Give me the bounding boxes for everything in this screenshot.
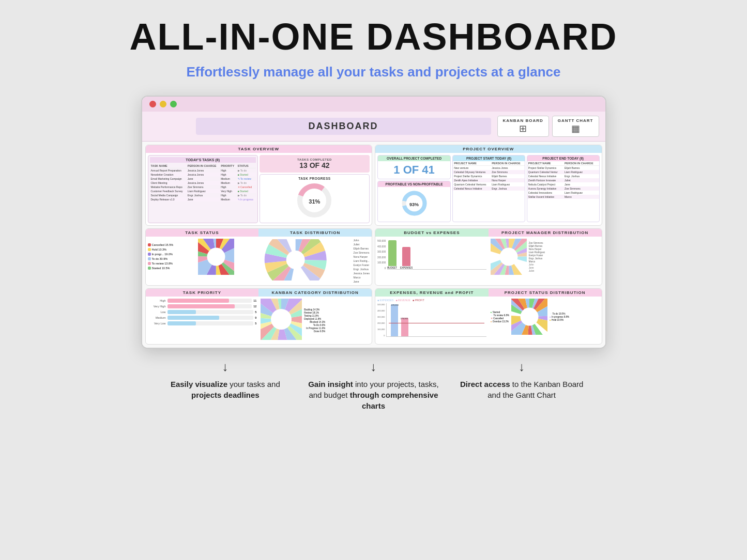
annotation-right: ↓ Direct access to the Kanban Board and … <box>454 358 589 411</box>
table-row: Client MeetingJessica JonesMedium▶ To do <box>150 181 256 185</box>
bar-row: High 11 <box>148 299 257 303</box>
project-start-today-box: PROJECT START TODAY (6) PROJECT NAMEPERS… <box>452 155 525 222</box>
kanban-dist-header: KANBAN CATEGORY DISTRIBUTION <box>258 289 372 297</box>
legend-item: Hold 10.3% <box>148 248 174 251</box>
annotation-left-text: Easily visualize your tasks and projects… <box>158 379 293 400</box>
legend-item: Started 10.5% <box>148 267 174 270</box>
task-overview-inner: TODAY'S TASKS (8) TASK NAME PERSON IN CH… <box>146 153 372 225</box>
task-overview-panel: TASK OVERVIEW TODAY'S TASKS (8) TASK NAM… <box>145 145 373 226</box>
task-distribution-header: TASK DISTRIBUTION <box>258 229 372 237</box>
table-row: Customer Feedback SurveyLiam RodriguezVe… <box>150 189 256 193</box>
bar-row: Very High 12 <box>148 304 257 308</box>
main-title: ALL-IN-ONE DASHBOARD <box>130 15 618 58</box>
task-distribution-sub: TASK DISTRIBUTION <box>258 229 372 285</box>
kanban-dist-inner: Backlog 14.3% Review 18.1% Testing 11.9%… <box>258 297 372 344</box>
overall-completed-box: OVERALL PROJECT COMPLETED 1 OF 41 <box>377 155 451 179</box>
table-row: Annual Report PreparationJessica JonesHi… <box>150 168 256 173</box>
table-row: Nebula Catalyst ProjectJane <box>527 182 599 186</box>
table-row: Celestial InnovationsLiam Rodriguez <box>527 191 599 195</box>
kanban-dist-sub: KANBAN CATEGORY DISTRIBUTION <box>258 289 372 344</box>
profitable-box: PROFITABLE VS NON-PROFITABLE 93% <box>377 181 451 222</box>
kanban-icon: ⊞ <box>519 123 527 134</box>
table-row: Quantum Celestial VenturesLiam Rodriguez <box>453 182 525 186</box>
arrow-right: ↓ <box>519 358 525 376</box>
table-row: Newsletter CreationJessica JonesHigh■ St… <box>150 173 256 177</box>
dot-yellow[interactable] <box>160 101 166 107</box>
browser-window: DASHBOARD KANBAN BOARD ⊞ GANTT CHART ▦ T… <box>141 96 606 349</box>
dashboard-header: DASHBOARD KANBAN BOARD ⊞ GANTT CHART ▦ <box>142 112 605 142</box>
annotations: ↓ Easily visualize your tasks and projec… <box>141 358 606 411</box>
expenses-header: EXPENSES, REVENUE and PROFIT <box>375 289 489 297</box>
overall-completed-value: 1 OF 41 <box>378 161 450 179</box>
tasks-completed-box: TASKS COMPLETED 13 OF 42 TASK PROGRESS 3… <box>260 155 370 223</box>
gantt-icon: ▦ <box>571 123 580 134</box>
row-3: TASK PRIORITY High 11 Very High 12 Low 5… <box>145 288 602 345</box>
bar-row: Medium 9 <box>148 316 257 320</box>
task-overview-header: TASK OVERVIEW <box>146 145 372 153</box>
task-progress-card: TASK PROGRESS 31% <box>260 174 370 223</box>
budget-sub: BUDGET vs EXPENSES 500,000 400,000 300,0… <box>375 229 489 277</box>
project-end-today-box: PROJECT END TODAY (8) PROJECT NAMEPERSON… <box>527 155 600 222</box>
bar-row: Low 5 <box>148 310 257 314</box>
proj-manager-legend: Zoe Simmons Elijah Barnes Nora Harper Li… <box>529 242 545 272</box>
svg-point-10 <box>207 248 225 266</box>
dot-green[interactable] <box>170 101 177 107</box>
svg-point-27 <box>499 248 517 266</box>
annotation-center: ↓ Gain insight into your projects, tasks… <box>306 358 440 411</box>
gantt-chart-button[interactable]: GANTT CHART ▦ <box>552 116 599 137</box>
expenses-sub: EXPENSES, REVENUE and PROFIT ■ EXPENSES … <box>375 289 489 339</box>
svg-point-19 <box>286 251 305 269</box>
svg-point-44 <box>520 308 538 326</box>
table-row: Project Stellar DynamicsElijah Barnes <box>527 166 599 170</box>
proj-manager-pie <box>491 239 527 275</box>
today-tasks-box: TODAY'S TASKS (8) TASK NAME PERSON IN CH… <box>148 155 258 223</box>
browser-titlebar <box>142 97 605 112</box>
annotation-center-text: Gain insight into your projects, tasks, … <box>306 379 440 411</box>
col-priority: PRIORITY <box>220 164 236 168</box>
table-row: Celestial Nexus InitiativeEngr. Joshua <box>527 174 599 178</box>
table-row: Celestial Nexus InitiativeEngr. Joshua <box>453 186 525 191</box>
col-task-name: TASK NAME <box>150 164 187 168</box>
table-row: Zenith Horizon InnovateJuliet <box>527 178 599 182</box>
task-priority-sub: TASK PRIORITY High 11 Very High 12 Low 5… <box>146 289 259 344</box>
proj-manager-sub: PROJECT MANAGER DISTRIBUTION <box>489 229 602 277</box>
annotation-right-text: Direct access to the Kanban Board and th… <box>454 379 589 400</box>
legend-item: To review 13.8% <box>148 262 174 265</box>
profitable-label: PROFITABLE VS NON-PROFITABLE <box>378 181 450 187</box>
task-dist-inner: John Juliet Elijah Barnes Zoe Simmons No… <box>258 237 372 285</box>
priority-kanban-panel: TASK PRIORITY High 11 Very High 12 Low 5… <box>145 288 373 345</box>
table-row: Deploy Release v1.0JaneMedium✎ In progre… <box>150 197 256 201</box>
task-priority-header: TASK PRIORITY <box>146 289 259 297</box>
table-row: Zenith Apex InitiativeNora Harper <box>453 178 525 182</box>
profitable-donut: 93% <box>378 187 450 222</box>
task-status-panel: TASK STATUS Cancelled 15.5%Hold 10.3%In … <box>145 228 373 286</box>
project-start-table: PROJECT NAMEPERSON IN CHARGE New venture… <box>453 161 525 191</box>
col-status: STATUS <box>237 164 256 168</box>
table-row: Email Marketing CampaignJaneMedium✎ To r… <box>150 177 256 181</box>
task-status-sub: TASK STATUS Cancelled 15.5%Hold 10.3%In … <box>146 229 259 285</box>
proj-status-sub: PROJECT STATUS DISTRIBUTION ■ Started → … <box>489 289 602 339</box>
proj-manager-header: PROJECT MANAGER DISTRIBUTION <box>489 229 602 237</box>
table-row: Social Media CampaignEngr. JoshuaHigh▶ T… <box>150 193 256 197</box>
project-overview-panel: PROJECT OVERVIEW OVERALL PROJECT COMPLET… <box>375 145 602 226</box>
overall-completed-label: OVERALL PROJECT COMPLETED <box>378 155 450 161</box>
dot-red[interactable] <box>149 101 156 107</box>
project-overview-header: PROJECT OVERVIEW <box>375 145 602 153</box>
task-progress-donut: 31% <box>296 182 332 221</box>
task-priority-bars: High 11 Very High 12 Low 5 Medium 9 Very… <box>146 297 259 328</box>
legend-item: In progr... 19.0% <box>148 253 174 256</box>
kanban-board-button[interactable]: KANBAN BOARD ⊞ <box>497 116 549 137</box>
expenses-projstatus-panel: EXPENSES, REVENUE and PROFIT ■ EXPENSES … <box>375 288 602 345</box>
table-row: Aurora Synergy InitiativeZoe Simmons <box>527 186 599 191</box>
table-row: Quantum Celestial VenturLiam Rodriguez <box>527 170 599 174</box>
proj-status-legend-right: → To do 19.5% ● In progress 9.8% ■ Hold … <box>550 313 569 321</box>
legend-item: Cancelled 15.5% <box>148 243 174 246</box>
today-tasks-title: TODAY'S TASKS (8) <box>150 157 256 163</box>
table-row: Stellar Ascent InitiativeMarco <box>527 195 599 199</box>
task-progress-title: TASK PROGRESS <box>298 177 330 180</box>
project-end-table: PROJECT NAMEPERSON IN CHARGE Project Ste… <box>527 161 599 199</box>
dashboard-title: DASHBOARD <box>196 118 491 135</box>
project-end-label: PROJECT END TODAY (8) <box>527 155 599 161</box>
project-start-label: PROJECT START TODAY (6) <box>453 155 525 161</box>
task-status-legend: Cancelled 15.5%Hold 10.3%In progr... 19.… <box>148 243 174 270</box>
